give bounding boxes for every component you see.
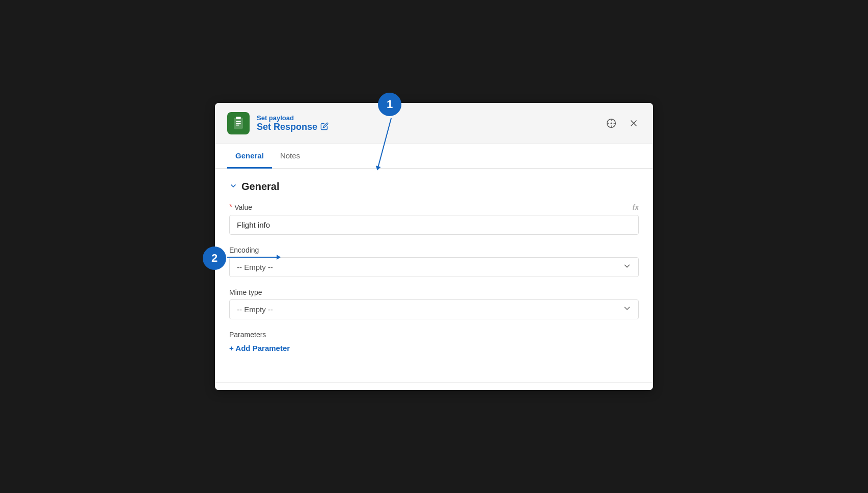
value-label-text: Value xyxy=(234,203,252,211)
header-subtitle: Set payload xyxy=(257,114,329,122)
dialog-panel: Set payload Set Response xyxy=(215,103,653,390)
encoding-select-wrapper: -- Empty -- UTF-8 UTF-16 ISO-8859-1 xyxy=(229,257,639,277)
encoding-select[interactable]: -- Empty -- UTF-8 UTF-16 ISO-8859-1 xyxy=(229,257,639,277)
mime-type-field: Mime type -- Empty -- application/json t… xyxy=(229,288,639,319)
mime-type-label: Mime type xyxy=(229,288,639,296)
annotation-badge-1: 1 xyxy=(378,93,401,116)
encoding-label: Encoding xyxy=(229,246,639,254)
required-star: * xyxy=(229,203,232,212)
svg-rect-1 xyxy=(236,117,240,119)
value-label-row: * Value fx xyxy=(229,203,639,212)
header-actions xyxy=(604,116,641,130)
mime-type-select-wrapper: -- Empty -- application/json text/plain … xyxy=(229,299,639,319)
add-parameter-label: + Add Parameter xyxy=(229,344,290,352)
target-button[interactable] xyxy=(604,116,618,130)
svg-point-6 xyxy=(611,123,612,124)
value-input[interactable] xyxy=(229,215,639,235)
panel-header: Set payload Set Response xyxy=(215,103,653,144)
tab-general[interactable]: General xyxy=(227,144,272,169)
parameters-field: Parameters + Add Parameter xyxy=(229,331,639,354)
section-header: General xyxy=(229,181,639,193)
parameters-label: Parameters xyxy=(229,331,639,339)
payload-icon xyxy=(227,112,250,134)
mime-type-select[interactable]: -- Empty -- application/json text/plain … xyxy=(229,299,639,319)
section-title: General xyxy=(241,181,279,193)
add-parameter-button[interactable]: + Add Parameter xyxy=(229,342,290,354)
tab-notes[interactable]: Notes xyxy=(272,144,308,169)
panel-wrapper: 1 2 Set payload xyxy=(215,103,653,390)
encoding-field: Encoding -- Empty -- UTF-8 UTF-16 ISO-88… xyxy=(229,246,639,277)
header-titles: Set payload Set Response xyxy=(257,114,329,132)
section-toggle-icon[interactable] xyxy=(229,182,237,192)
close-button[interactable] xyxy=(627,116,641,130)
parameters-label-text: Parameters xyxy=(229,331,266,339)
tabs-bar: General Notes xyxy=(215,144,653,169)
value-label-left: * Value xyxy=(229,203,252,212)
fx-icon[interactable]: fx xyxy=(633,203,639,211)
annotation-badge-2: 2 xyxy=(203,247,226,270)
encoding-label-text: Encoding xyxy=(229,246,259,254)
panel-footer xyxy=(215,382,653,390)
value-field: * Value fx xyxy=(229,203,639,235)
panel-content: General * Value fx Encoding xyxy=(215,169,653,382)
mime-type-label-text: Mime type xyxy=(229,288,262,296)
header-left: Set payload Set Response xyxy=(227,112,329,134)
header-title-row: Set Response xyxy=(257,122,329,132)
edit-icon[interactable] xyxy=(320,122,329,132)
header-title: Set Response xyxy=(257,122,317,132)
annotation-arrow-2 xyxy=(227,257,278,258)
